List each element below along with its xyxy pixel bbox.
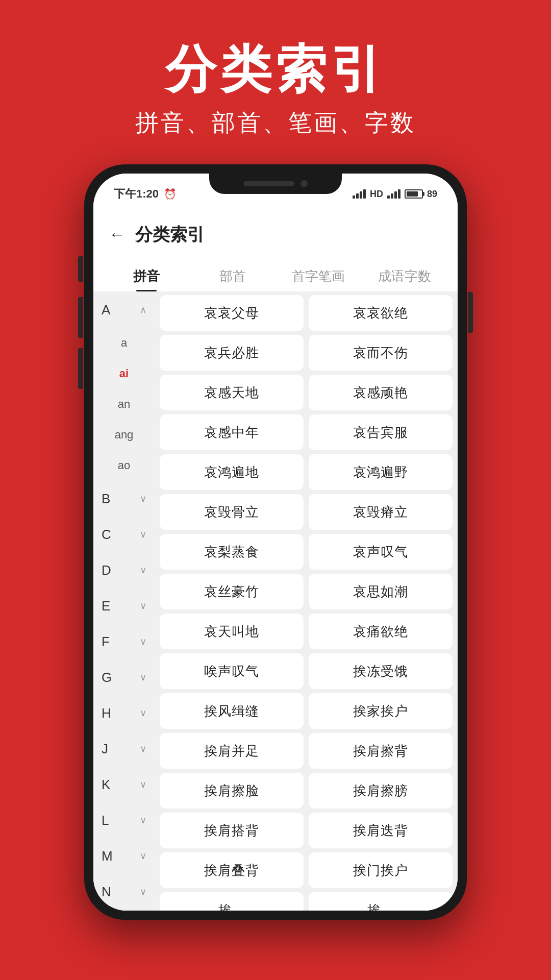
battery-icon — [405, 189, 423, 199]
idiom-card[interactable]: 哀鸿遍野 — [309, 454, 453, 490]
tab-bihua[interactable]: 首字笔画 — [276, 267, 362, 291]
idiom-card[interactable]: 哀感天地 — [160, 375, 304, 410]
alpha-sub-ang[interactable]: ang — [93, 420, 155, 450]
alpha-letter-A: A — [102, 302, 110, 318]
alpha-sub-an[interactable]: an — [93, 389, 155, 420]
idiom-card[interactable]: 挨风缉缝 — [160, 693, 304, 729]
signal-bar-8 — [398, 189, 400, 199]
idiom-card[interactable]: 哀而不伤 — [309, 335, 453, 371]
alpha-letter-E: E — [102, 598, 110, 614]
alpha-item-O[interactable]: O ∨ — [93, 910, 155, 911]
tab-pinyin[interactable]: 拼音 — [104, 267, 190, 291]
alpha-sidebar: A ∧ a ai an ang ao — [93, 292, 155, 911]
idiom-card[interactable]: 哀梨蒸食 — [160, 534, 304, 570]
chevron-down-icon-L: ∨ — [140, 815, 146, 826]
idiom-row-11: 挨肩并足 挨肩擦背 — [160, 733, 453, 769]
idiom-card[interactable]: 哀哀父母 — [160, 295, 304, 331]
idiom-card[interactable]: 挨... — [309, 892, 453, 911]
alpha-item-K[interactable]: K ∨ — [93, 767, 155, 802]
idiom-card[interactable]: 唉声叹气 — [160, 653, 304, 689]
tab-bushou[interactable]: 部首 — [190, 267, 276, 291]
signal-bar-5 — [387, 195, 390, 199]
signal-bar-3 — [360, 191, 362, 199]
alpha-item-D[interactable]: D ∨ — [93, 552, 155, 588]
idiom-card[interactable]: 挨家挨户 — [309, 693, 453, 729]
tab-zishu[interactable]: 成语字数 — [362, 267, 448, 291]
alpha-item-F[interactable]: F ∨ — [93, 624, 155, 659]
idiom-card[interactable]: 挨肩擦背 — [309, 733, 453, 769]
alpha-item-M[interactable]: M ∨ — [93, 838, 155, 874]
battery-fill — [407, 191, 418, 197]
alpha-letter-K: K — [102, 777, 110, 793]
idiom-card[interactable]: 挨... — [160, 892, 304, 911]
idiom-card[interactable]: 哀感中年 — [160, 414, 304, 450]
idiom-card[interactable]: 挨肩叠背 — [160, 852, 304, 888]
alpha-letter-C: C — [102, 527, 111, 543]
status-left: 下午1:20 ⏰ — [114, 186, 177, 202]
idiom-card[interactable]: 哀痛欲绝 — [309, 614, 453, 649]
idiom-card[interactable]: 哀声叹气 — [309, 534, 453, 570]
idiom-row-0: 哀哀父母 哀哀欲绝 — [160, 295, 453, 331]
alpha-item-N[interactable]: N ∨ — [93, 874, 155, 910]
alpha-item-H[interactable]: H ∨ — [93, 695, 155, 731]
camera — [300, 180, 308, 187]
back-button[interactable]: ← — [109, 225, 125, 244]
alpha-item-J[interactable]: J ∨ — [93, 731, 155, 767]
alpha-sub-ai[interactable]: ai — [93, 358, 155, 389]
idiom-row-8: 哀天叫地 哀痛欲绝 — [160, 614, 453, 649]
chevron-down-icon-N: ∨ — [140, 886, 146, 897]
alpha-letter-F: F — [102, 634, 110, 650]
alpha-letter-H: H — [102, 705, 111, 721]
chevron-down-icon-M: ∨ — [140, 850, 146, 862]
idiom-row-14: 挨肩叠背 挨门挨户 — [160, 852, 453, 888]
alpha-item-B[interactable]: B ∨ — [93, 481, 155, 517]
alpha-item-G[interactable]: G ∨ — [93, 659, 155, 695]
idiom-row-6: 哀梨蒸食 哀声叹气 — [160, 534, 453, 570]
battery-percent: 89 — [427, 189, 437, 200]
promo-area: 分类索引 拼音、部首、笔画、字数 — [0, 0, 551, 164]
alpha-item-L[interactable]: L ∨ — [93, 802, 155, 838]
idiom-card[interactable]: 挨肩擦脸 — [160, 773, 304, 808]
idiom-card[interactable]: 哀感顽艳 — [309, 375, 453, 410]
idiom-row-3: 哀感中年 哀告宾服 — [160, 414, 453, 450]
side-button-vol-down — [78, 348, 83, 389]
signal-bar-2 — [356, 193, 359, 199]
idiom-list: 哀哀父母 哀哀欲绝 哀兵必胜 哀而不伤 哀感天地 哀感顽艳 哀感中年 哀告宾服 … — [155, 292, 458, 911]
idiom-card[interactable]: 哀天叫地 — [160, 614, 304, 649]
signal-bar-1 — [353, 195, 355, 199]
idiom-card[interactable]: 哀思如潮 — [309, 574, 453, 609]
speaker — [243, 181, 294, 186]
chevron-down-icon-E: ∨ — [140, 600, 146, 611]
idiom-card[interactable]: 挨门挨户 — [309, 852, 453, 888]
idiom-card[interactable]: 哀哀欲绝 — [309, 295, 453, 331]
idiom-card[interactable]: 哀告宾服 — [309, 414, 453, 450]
alpha-letter-L: L — [102, 813, 109, 828]
signal-bars-2 — [387, 189, 400, 199]
idiom-card[interactable]: 哀兵必胜 — [160, 335, 304, 371]
signal-bar-4 — [363, 189, 366, 199]
idiom-row-15: 挨... 挨... — [160, 892, 453, 911]
side-button-vol-up — [78, 297, 83, 338]
chevron-down-icon-D: ∨ — [140, 565, 146, 576]
idiom-card[interactable]: 哀毁骨立 — [160, 494, 304, 530]
chevron-down-icon-J: ∨ — [140, 743, 146, 754]
idiom-card[interactable]: 挨冻受饿 — [309, 653, 453, 689]
tab-bar: 拼音 部首 首字笔画 成语字数 — [93, 255, 458, 292]
network-type: HD — [370, 189, 383, 200]
alpha-sub-ao[interactable]: ao — [93, 450, 155, 481]
idiom-card[interactable]: 挨肩并足 — [160, 733, 304, 769]
idiom-card[interactable]: 哀丝豪竹 — [160, 574, 304, 609]
idiom-card[interactable]: 哀毁瘠立 — [309, 494, 453, 530]
chevron-down-icon-K: ∨ — [140, 779, 146, 790]
alpha-item-C[interactable]: C ∨ — [93, 517, 155, 552]
alpha-item-E[interactable]: E ∨ — [93, 588, 155, 624]
alpha-letter-N: N — [102, 884, 111, 900]
alpha-sub-a[interactable]: a — [93, 328, 155, 358]
idiom-card[interactable]: 挨肩擦膀 — [309, 773, 453, 808]
idiom-card[interactable]: 挨肩搭背 — [160, 813, 304, 848]
idiom-card[interactable]: 挨肩迭背 — [309, 813, 453, 848]
alpha-item-A[interactable]: A ∧ — [93, 292, 155, 328]
idiom-card[interactable]: 哀鸿遍地 — [160, 454, 304, 490]
signal-bars — [353, 189, 366, 199]
signal-bar-7 — [394, 191, 397, 199]
